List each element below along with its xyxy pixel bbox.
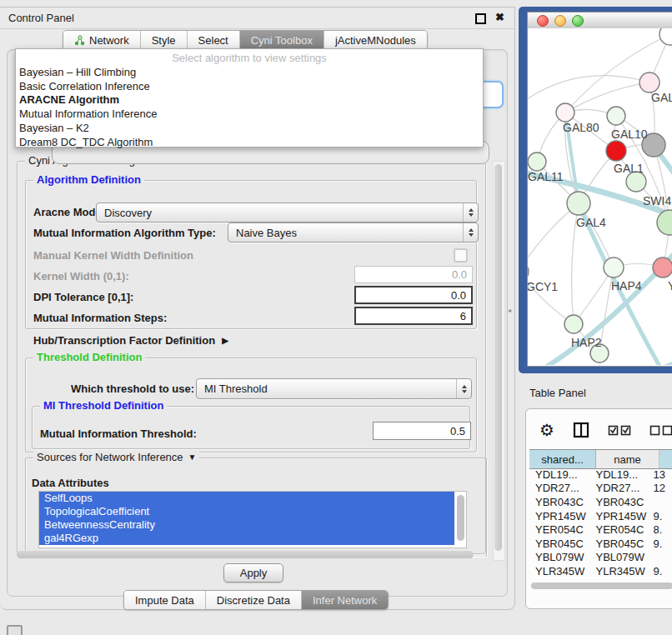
network-node-gal80[interactable] [556,103,574,122]
network-node-hap2[interactable] [564,315,583,333]
control-panel: Control Panel ✖ NetworkStyleSelectCyni T… [0,7,515,610]
network-window: GALGAL80GAL10GAL1GAL11SWI4GAL4GCY1HAP4YH… [527,12,672,367]
node-label[interactable]: GAL80 [563,121,599,134]
table-row[interactable]: YBL079WYBL079W [529,551,672,565]
which-threshold-value: MI Threshold [204,382,268,395]
algorithm-option[interactable]: Dream8 DC_TDC Algorithm [16,136,483,150]
attribute-list-item[interactable]: TopologicalCoefficient [39,505,454,518]
table-cell: YLR345W [529,565,590,578]
table-row[interactable]: YPR145WYPR145W9. [529,509,672,523]
tab-impute-data[interactable]: Impute Data [124,591,206,609]
select-all-icon[interactable] [608,424,631,436]
split-pane-icon[interactable] [573,422,589,438]
minimize-traffic-light-icon[interactable] [554,15,566,27]
network-node-gal1[interactable] [606,141,626,161]
network-node[interactable] [659,28,672,45]
table-row[interactable]: YDL19...YDL19...13 [529,468,672,482]
tab-style[interactable]: Style [141,31,188,49]
panel-title: Control Panel [8,12,74,24]
table-row[interactable]: YBR045CYBR045C9. [529,537,672,551]
attribute-list-item[interactable]: gal4RGexp [39,532,454,545]
table-horizontal-scrollbar[interactable] [529,581,672,591]
scrollbar-thumb[interactable] [531,582,672,589]
table-row[interactable]: YDR27...YDR27...12 [529,482,672,496]
network-node-y[interactable] [653,258,672,278]
panel-divider-grip[interactable]: ◂ [508,307,512,315]
control-panel-titlebar: Control Panel ✖ [0,8,514,29]
data-attributes-list[interactable]: SelfLoopsTopologicalCoefficientBetweenne… [38,491,467,548]
tab-jactivemnodules[interactable]: jActiveMNodules [324,31,427,49]
mi-threshold-title: MI Threshold Definition [40,399,167,412]
settings-horizontal-scrollbar[interactable] [15,549,489,560]
algorithm-option[interactable]: Mutual Information Inference [16,108,483,122]
column-header-partial[interactable]: A [659,450,672,468]
attribute-list-item[interactable]: BetweennessCentrality [39,518,454,532]
float-window-icon[interactable] [475,13,486,24]
mi-type-select[interactable]: Naive Bayes [228,222,479,242]
network-window-titlebar[interactable] [528,12,672,29]
node-label[interactable]: GAL1 [614,162,644,175]
node-label[interactable]: GCY1 [528,280,558,293]
network-node-gal10[interactable] [607,107,625,125]
column-header-shared-name[interactable]: shared... [529,450,596,468]
network-graph: GALGAL80GAL10GAL1GAL11SWI4GAL4GCY1HAP4YH… [528,28,672,365]
network-node-gal11[interactable] [528,152,546,171]
hub-definition-toggle[interactable]: Hub/Transcription Factor Definition ▶ [33,334,228,347]
spinner-arrows-icon [463,223,478,242]
tab-network[interactable]: Network [63,31,141,49]
gear-icon[interactable]: ⚙ [539,422,554,438]
node-label[interactable]: SWI4 [643,194,671,208]
scrollbar-thumb[interactable] [494,164,502,551]
network-edge [528,203,579,272]
network-node[interactable] [657,210,672,235]
network-node-gcy1[interactable] [528,262,529,282]
node-label[interactable]: GAL4 [576,216,606,229]
deselect-all-icon[interactable] [649,424,672,436]
close-traffic-light-icon[interactable] [537,15,549,27]
manual-kernel-checkbox[interactable] [454,248,468,262]
aracne-mode-select[interactable]: Discovery [96,202,479,222]
kernel-width-field[interactable]: 0.0 [354,266,473,283]
tab-infer-network[interactable]: Infer Network [302,591,388,609]
tab-cyni-toolbox[interactable]: Cyni Toolbox [240,31,324,49]
tab-select[interactable]: Select [188,31,240,49]
column-header-name[interactable]: name [596,450,659,468]
node-label[interactable]: Y [668,279,672,292]
table-row[interactable]: YER054CYER054C8. [529,522,672,537]
table-cell: YBR043C [590,496,648,508]
algorithm-option[interactable]: Bayesian – K2 [16,122,483,136]
network-node-hap4[interactable] [604,258,624,278]
minimized-panel-icon[interactable] [7,625,23,635]
table-row[interactable]: YBR043CYBR043C [529,495,672,509]
apply-button[interactable]: Apply [223,563,283,582]
network-canvas[interactable]: GALGAL80GAL10GAL1GAL11SWI4GAL4GCY1HAP4YH… [528,28,672,365]
table-cell: 8. [647,523,672,536]
attribute-list-item[interactable]: SelfLoops [39,492,454,505]
collapse-arrow-icon[interactable]: ▼ [188,451,197,464]
threshold-definition-title: Threshold Definition [33,351,145,364]
list-scrollbar[interactable] [457,495,464,541]
node-label[interactable]: GAL11 [528,170,564,183]
table-cell: YBR045C [529,538,590,550]
mi-threshold-field[interactable]: 0.5 [373,422,471,440]
dpi-tolerance-field[interactable]: 0.0 [354,286,473,304]
which-threshold-select[interactable]: MI Threshold [196,378,472,399]
scrollbar-thumb[interactable] [17,551,474,558]
node-label[interactable]: HAP2 [571,336,602,349]
table-cell: YDR27... [529,482,590,494]
network-node-gal[interactable] [639,72,659,92]
algorithm-option[interactable]: ARACNE Algorithm [16,93,483,108]
algorithm-option[interactable]: Bayesian – Hill Climbing [16,66,483,80]
node-label[interactable]: HAP4 [611,279,642,292]
node-label[interactable]: GAL [651,91,672,104]
close-icon[interactable]: ✖ [495,11,504,23]
table-cell: YPR145W [590,510,648,522]
network-node-gal4[interactable] [567,192,590,215]
mi-steps-field[interactable]: 6 [354,307,473,325]
settings-vertical-scrollbar[interactable] [493,161,505,561]
zoom-traffic-light-icon[interactable] [572,15,584,27]
node-label[interactable]: GAL10 [611,128,648,141]
table-row[interactable]: YLR345WYLR345W9. [529,564,672,578]
algorithm-option[interactable]: Basic Correlation Inference [16,80,483,94]
tab-discretize-data[interactable]: Discretize Data [206,591,302,609]
